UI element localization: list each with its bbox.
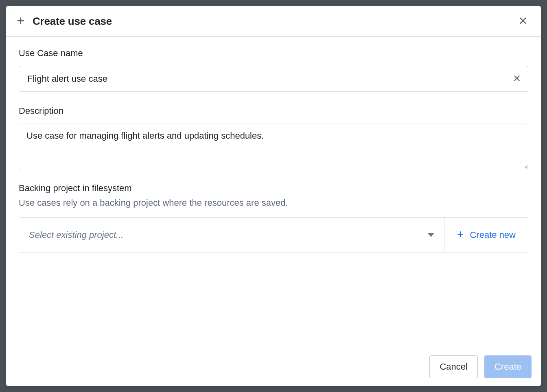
- modal-body: Use Case name Description Backing projec…: [6, 37, 541, 347]
- project-select-placeholder: Select existing project...: [29, 230, 123, 240]
- create-new-label: Create new: [470, 230, 516, 240]
- use-case-name-input[interactable]: [19, 66, 528, 92]
- description-label: Description: [19, 106, 528, 116]
- close-icon: [519, 16, 527, 26]
- description-input[interactable]: [19, 124, 528, 169]
- project-select[interactable]: Select existing project...: [19, 218, 444, 253]
- plus-icon: [16, 16, 25, 27]
- modal-header: Create use case: [6, 6, 541, 37]
- create-use-case-modal: Create use case Use Case name: [6, 6, 541, 386]
- clear-icon: [513, 74, 521, 84]
- chevron-down-icon: [428, 231, 434, 239]
- backing-project-label: Backing project in filesystem: [19, 183, 528, 194]
- cancel-button[interactable]: Cancel: [429, 355, 477, 378]
- modal-title: Create use case: [33, 15, 112, 28]
- backing-project-sublabel: Use cases rely on a backing project wher…: [19, 198, 528, 208]
- plus-icon: [457, 230, 464, 240]
- clear-name-button[interactable]: [510, 72, 523, 86]
- use-case-name-wrap: [19, 66, 528, 92]
- use-case-name-label: Use Case name: [19, 48, 528, 59]
- backing-project-row: Select existing project... Create new: [19, 217, 528, 253]
- modal-footer: Cancel Create: [6, 347, 541, 386]
- svg-marker-6: [428, 233, 434, 237]
- create-new-project-button[interactable]: Create new: [444, 218, 528, 253]
- close-button[interactable]: [516, 14, 530, 29]
- modal-title-wrap: Create use case: [16, 15, 112, 28]
- create-button[interactable]: Create: [484, 355, 532, 378]
